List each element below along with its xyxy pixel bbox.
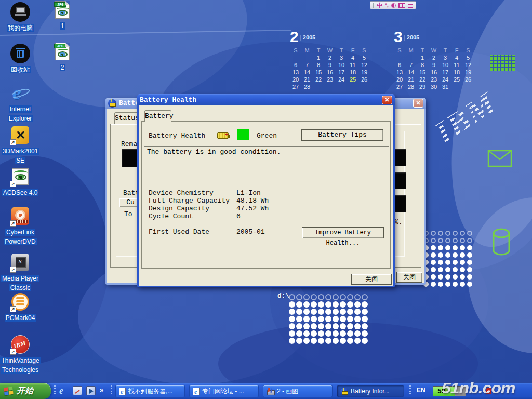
ime-menu-icon[interactable] xyxy=(408,3,413,8)
desktop-icon-pcmark04[interactable]: PCMark04 xyxy=(0,292,41,322)
tray-grip[interactable] xyxy=(409,385,411,396)
desktop-icon-my-computer[interactable]: 我的电脑 xyxy=(0,2,41,32)
battery-app-icon xyxy=(340,388,348,395)
calendar-day xyxy=(347,83,358,90)
calendar-today: 25 xyxy=(347,76,358,83)
ime-keyboard-icon[interactable] xyxy=(398,3,405,8)
ime-language-bar[interactable]: 中 °, xyxy=(370,1,416,9)
ime-mode-icon[interactable]: 中 xyxy=(377,3,382,8)
ime-grip-handle[interactable] xyxy=(373,3,374,8)
calendar-weekday-header: S xyxy=(358,47,370,54)
pcmark-icon xyxy=(10,292,30,312)
desktop-file-jpg-1[interactable]: JPG 1 xyxy=(51,1,74,30)
calendar-day: 6 xyxy=(290,61,301,69)
powerdvd-icon xyxy=(10,206,30,226)
dot xyxy=(460,252,465,258)
dot xyxy=(340,338,346,344)
desktop-icon-acdsee[interactable]: ACDSee 4.0 xyxy=(0,167,41,197)
calendar-day: 19 xyxy=(462,69,474,76)
calendar-day: 6 xyxy=(394,61,405,69)
dot xyxy=(354,309,361,315)
taskbar-button-battery-info[interactable]: Battery Infor... xyxy=(337,385,404,397)
windows-flag-icon xyxy=(4,386,14,396)
ibm-logo: IBM xyxy=(428,85,503,152)
dot xyxy=(296,330,302,337)
start-button[interactable]: 开始 xyxy=(0,383,51,399)
dot xyxy=(438,252,443,258)
battery-tips-button[interactable]: Battery Tips xyxy=(301,129,383,141)
desktop-icon-3dmark2001[interactable]: 3DMark2001 SE xyxy=(0,125,41,165)
close-icon[interactable]: ✕ xyxy=(413,99,423,108)
taskbar-button-ie-2[interactable]: 专门网论坛 - ... xyxy=(189,385,259,397)
tab-status[interactable]: Status xyxy=(114,112,139,124)
calendar-day: 20 xyxy=(394,76,405,83)
dot xyxy=(289,330,295,337)
dot xyxy=(453,260,458,265)
dot-ring xyxy=(438,231,443,236)
quicklaunch-overflow-chevron[interactable]: » xyxy=(100,386,103,394)
toolbar-grip[interactable] xyxy=(54,385,56,396)
calendar-day: 20 xyxy=(290,76,301,83)
dot-ring xyxy=(340,294,346,300)
close-icon[interactable]: ✕ xyxy=(382,96,392,104)
info-value: Li-Ion xyxy=(236,190,261,197)
health-status-color-box xyxy=(237,129,249,140)
taskbar-button-ie-1[interactable]: 找不到服务器,... xyxy=(115,385,185,397)
dot-ring xyxy=(431,238,436,243)
calendar-day: 28 xyxy=(405,83,417,90)
ime-punctuation-icon[interactable]: °, xyxy=(385,3,389,8)
tab-battery[interactable]: Battery xyxy=(144,110,171,122)
calendar-day: 23 xyxy=(428,76,440,83)
close-button[interactable]: 关闭 xyxy=(351,274,392,285)
ime-fullwidth-icon[interactable] xyxy=(391,3,396,8)
taskbar-button-paint[interactable]: 2 - 画图 xyxy=(263,385,332,397)
desktop-icon-powerdvd[interactable]: CyberLink PowerDVD xyxy=(0,206,41,246)
dot xyxy=(318,330,324,337)
quicklaunch-ie-icon[interactable] xyxy=(59,386,69,395)
calendar-day: 12 xyxy=(462,61,474,69)
calendar-day xyxy=(324,83,336,90)
dot-ring xyxy=(445,231,450,236)
dot xyxy=(445,267,450,272)
calendar-day: 8 xyxy=(417,61,428,69)
quicklaunch-media-player-icon[interactable] xyxy=(86,386,96,395)
dot xyxy=(296,309,302,315)
language-indicator[interactable]: EN xyxy=(417,387,425,394)
quicklaunch-show-desktop-icon[interactable] xyxy=(73,386,82,395)
icon-label: Media Player Classic xyxy=(1,275,39,291)
icon-label: ThinkVantage Technologies xyxy=(0,357,40,374)
calendar-day xyxy=(358,83,370,90)
condition-textbox[interactable]: The battery is in good condition. xyxy=(144,146,389,183)
desktop-icon-internet-explorer[interactable]: e Internet Explorer xyxy=(0,83,41,123)
ie-page-icon xyxy=(119,388,126,395)
dot xyxy=(362,338,368,344)
desktop-file-jpg-2[interactable]: JPG 2 xyxy=(51,43,74,72)
calendar-march: 3 2005 SMTWTFS12345678910111213141516171… xyxy=(394,29,482,90)
dot-ring xyxy=(354,294,361,300)
first-used-value: 2005-01 xyxy=(236,229,265,236)
jpg-tag: JPG xyxy=(54,2,66,7)
icon-label: 回收站 xyxy=(10,66,31,73)
dot xyxy=(453,282,458,287)
toolbar-grip[interactable] xyxy=(111,385,112,396)
desktop-icon-recycle-bin[interactable]: 回收站 xyxy=(0,44,41,74)
dot xyxy=(453,274,458,280)
tray-status-icon[interactable] xyxy=(486,388,491,394)
dot xyxy=(311,323,317,329)
dot xyxy=(325,316,331,322)
calendar-day: 1 xyxy=(313,54,324,61)
icon-label: 3DMark2001 SE xyxy=(2,148,39,164)
desktop-icon-thinkvantage[interactable]: ThinkVantage Technologies xyxy=(0,335,41,374)
desktop-icon-media-player-classic[interactable]: Media Player Classic xyxy=(0,252,41,292)
calendar-month-title: 2 2005 xyxy=(290,29,378,47)
calendar-day: 16 xyxy=(324,69,336,76)
improve-battery-health-button[interactable]: Improve Battery Health... xyxy=(302,227,384,238)
calendar-day: 2 xyxy=(324,54,336,61)
tray-battery-meter[interactable]: 58% xyxy=(433,386,466,396)
dot-ring xyxy=(467,231,472,236)
close-button[interactable]: 关闭 xyxy=(396,272,422,283)
dialog-titlebar[interactable]: Battery Health ✕ xyxy=(137,94,395,105)
dot xyxy=(453,245,458,250)
info-value: 47.52 Wh xyxy=(236,205,269,212)
calendar-day: 8 xyxy=(313,61,324,69)
